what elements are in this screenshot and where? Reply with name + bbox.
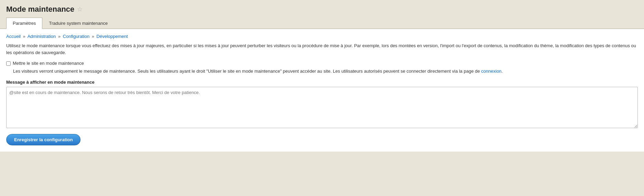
- save-button[interactable]: Enregistrer la configuration: [6, 134, 81, 145]
- breadcrumb-link-developpement[interactable]: Développement: [96, 34, 128, 39]
- maintenance-checkbox-row: Mettre le site en mode maintenance: [6, 61, 638, 66]
- maintenance-checkbox-label[interactable]: Mettre le site en mode maintenance: [13, 61, 84, 66]
- connexion-link[interactable]: connexion: [481, 69, 502, 74]
- message-field-label: Message à afficher en mode maintenance: [6, 80, 638, 85]
- tab-parametres[interactable]: Paramètres: [6, 18, 42, 29]
- breadcrumb-sep-3: »: [92, 34, 94, 39]
- breadcrumb-link-accueil[interactable]: Accueil: [6, 34, 21, 39]
- description-text: Utilisez le mode maintenance lorsque vou…: [6, 42, 638, 56]
- tabs-bar: Paramètres Traduire system maintenance: [0, 17, 644, 29]
- content-area: Accueil » Administration » Configuration…: [0, 29, 644, 152]
- tab-traduire[interactable]: Traduire system maintenance: [42, 18, 114, 29]
- favorite-icon[interactable]: ☆: [77, 6, 83, 13]
- page-title-bar: Mode maintenance ☆: [0, 0, 644, 17]
- breadcrumb-sep-2: »: [58, 34, 61, 39]
- maintenance-message-textarea[interactable]: [6, 87, 638, 128]
- page-wrapper: Mode maintenance ☆ Paramètres Traduire s…: [0, 0, 644, 196]
- breadcrumb-link-administration[interactable]: Administration: [28, 34, 56, 39]
- checkbox-help-text: Les visiteurs verront uniquement le mess…: [13, 68, 638, 75]
- breadcrumb-sep-1: »: [23, 34, 25, 39]
- checkbox-help-text-part1: Les visiteurs verront uniquement le mess…: [13, 69, 480, 74]
- breadcrumb: Accueil » Administration » Configuration…: [6, 34, 638, 39]
- page-title: Mode maintenance: [6, 5, 74, 14]
- breadcrumb-link-configuration[interactable]: Configuration: [63, 34, 89, 39]
- maintenance-checkbox[interactable]: [6, 61, 11, 66]
